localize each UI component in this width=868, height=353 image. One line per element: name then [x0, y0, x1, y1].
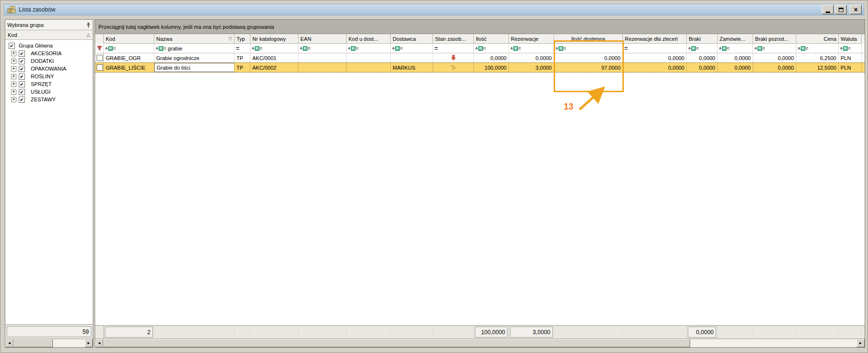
tree-checkbox[interactable]: ✔ [19, 58, 25, 64]
group-panel: Wybrana grupa: Kod △ ✔Grupa Główna+✔AKCE… [5, 19, 93, 348]
column-header-typ[interactable]: Typ [235, 34, 250, 44]
scroll-thumb[interactable] [103, 339, 690, 347]
filter-cell-waluta[interactable]: ABC [839, 44, 862, 53]
filter-cell-kod_u_dostawcy[interactable]: ABC [347, 44, 391, 53]
summary-cell-stan_zasobow [433, 326, 474, 339]
column-header-ilosc_dostepna[interactable]: Ilość dostępna [554, 34, 623, 44]
selected-group-bar: Wybrana grupa: [5, 20, 93, 30]
group-by-box[interactable]: Przeciągnij tutaj nagłówek kolumny, jeśl… [95, 20, 865, 34]
column-header-label: Braki [689, 36, 701, 42]
tree-item-akcesoria[interactable]: +✔AKCESORIA [8, 49, 93, 57]
scroll-left-button[interactable]: ◄ [5, 339, 13, 347]
cell-typ: TP [235, 53, 250, 62]
column-header-stan_zasobow[interactable]: Stan zasob... [433, 34, 474, 44]
tree-item-label: DODATKI [27, 58, 54, 64]
column-header-rezerwacje_dla_zlecen[interactable]: Rezerwacje dla zleceń [623, 34, 687, 44]
abc-filter-icon: ABC [392, 46, 403, 51]
column-header-dostawca[interactable]: Dostawca [391, 34, 433, 44]
minimize-button[interactable] [822, 5, 834, 14]
scroll-left-button[interactable]: ◄ [95, 339, 103, 347]
tree-item-dodatki[interactable]: +✔DODATKI [8, 57, 93, 65]
tree-checkbox[interactable]: ✔ [19, 97, 25, 103]
tree-item-sprzęt[interactable]: +✔SPRZĘT [8, 80, 93, 88]
column-header-rezerwacje[interactable]: Rezerwacje [509, 34, 554, 44]
tree-item-usługi[interactable]: +✔USŁUGI [8, 88, 93, 96]
abc-filter-icon: ABC [798, 46, 808, 51]
group-panel-hscrollbar: ◄ ► [5, 339, 93, 347]
row-checkbox[interactable] [97, 64, 103, 71]
filter-cell-ean[interactable]: ABC [298, 44, 347, 53]
filter-cell-rezerwacje[interactable]: ABC [509, 44, 554, 53]
arrow-curve-yellow-icon [450, 65, 457, 71]
cell-dostawca: MARKUS [391, 63, 433, 72]
column-header-waluta[interactable]: Waluta [839, 34, 862, 44]
column-header-cena[interactable]: Cena [796, 34, 839, 44]
column-header-kod_u_dostawcy[interactable]: Kod u dost... [347, 34, 391, 44]
table-row[interactable]: GRABIE_LIŚCIEGrabie do liściTPAKC/0002MA… [95, 62, 865, 73]
filter-cell-braki_pozostale[interactable]: ABC [753, 44, 796, 53]
scroll-track[interactable] [690, 339, 856, 347]
pin-icon[interactable] [86, 22, 91, 28]
cell-nazwa: Grabie do liści [154, 63, 235, 72]
filter-cell-stan_zasobow[interactable]: = [433, 44, 474, 53]
cell-nr_katalogowy: AKC/0002 [250, 63, 298, 72]
tree-root-item[interactable]: ✔Grupa Główna [8, 42, 93, 49]
maximize-button[interactable] [835, 5, 847, 14]
scroll-right-button[interactable]: ► [85, 339, 93, 347]
summary-cell-braki: 0,0000 [687, 326, 718, 339]
abc-filter-icon: ABC [475, 46, 486, 51]
cell-ilosc_dostepna: 97,0000 [554, 63, 623, 72]
expand-plus-icon[interactable]: + [11, 51, 16, 56]
filter-cell-ilosc[interactable]: ABC [474, 44, 509, 53]
scroll-right-button[interactable]: ► [856, 339, 865, 347]
cell-ilosc: 100,0000 [474, 63, 509, 72]
tree-checkbox[interactable]: ✔ [19, 66, 25, 72]
tree-checkbox[interactable]: ✔ [19, 89, 25, 95]
column-header-nazwa[interactable]: Nazwa▽ [154, 34, 235, 44]
filter-cell-braki[interactable]: ABC [687, 44, 718, 53]
scroll-thumb[interactable] [13, 339, 53, 347]
column-header-zamowienia[interactable]: Zamówie... [718, 34, 753, 44]
column-header-label: Dostawca [393, 36, 416, 42]
abc-filter-icon: ABC [719, 46, 730, 51]
column-header-nr_katalogowy[interactable]: Nr katalogowy [250, 34, 298, 44]
expand-plus-icon[interactable]: + [11, 82, 16, 87]
expand-plus-icon[interactable]: + [11, 66, 16, 72]
filter-cell-zamowienia[interactable]: ABC [718, 44, 753, 53]
summary-cell-nazwa [154, 326, 235, 339]
column-header-ilosc[interactable]: Ilość [474, 34, 509, 44]
tree-item-opakowania[interactable]: +✔OPAKOWANIA [8, 65, 93, 73]
grid-filter-row: ABCABCgrabie=ABCABCABCABC=ABCABCABC=ABCA… [95, 44, 865, 53]
window-controls: × [822, 5, 862, 14]
column-header-ean[interactable]: EAN [298, 34, 347, 44]
scroll-track[interactable] [53, 339, 85, 347]
column-header-kod[interactable]: Kod [104, 34, 154, 44]
filter-cell-typ[interactable]: = [235, 44, 250, 53]
column-header-braki[interactable]: Braki [687, 34, 718, 44]
tree-item-rośliny[interactable]: +✔ROŚLINY [8, 73, 93, 80]
filter-cell-ilosc_dostepna[interactable]: ABC [554, 44, 623, 53]
expand-plus-icon[interactable]: + [11, 97, 16, 102]
filter-cell-kod[interactable]: ABC [104, 44, 154, 53]
tree-checkbox[interactable]: ✔ [19, 81, 25, 87]
expand-plus-icon[interactable]: + [11, 74, 16, 79]
filter-row-indicator[interactable] [95, 44, 104, 53]
tree-checkbox[interactable]: ✔ [19, 73, 25, 80]
tree-checkbox[interactable]: ✔ [9, 43, 15, 49]
expand-plus-icon[interactable]: + [11, 89, 16, 95]
column-header-braki_pozostale[interactable]: Braki pozost... [753, 34, 796, 44]
group-column-header-label: Kod [8, 32, 17, 38]
filter-cell-nr_katalogowy[interactable]: ABC [250, 44, 298, 53]
filter-cell-nazwa[interactable]: ABCgrabie [154, 44, 235, 53]
filter-cell-cena[interactable]: ABC [796, 44, 839, 53]
expand-plus-icon[interactable]: + [11, 59, 16, 64]
table-row[interactable]: GRABIE_OGRGrabie ogrodniczeTPAKC/00010,0… [95, 53, 865, 63]
tree-item-zestawy[interactable]: +✔ZESTAWY [8, 96, 93, 103]
close-button[interactable]: × [850, 5, 862, 14]
row-checkbox[interactable] [97, 55, 103, 61]
filter-cell-dostawca[interactable]: ABC [391, 44, 433, 53]
group-column-header[interactable]: Kod △ [5, 30, 93, 40]
tree-checkbox[interactable]: ✔ [19, 50, 25, 57]
summary-value-braki: 0,0000 [688, 327, 716, 338]
filter-cell-rezerwacje_dla_zlecen[interactable]: = [623, 44, 687, 53]
